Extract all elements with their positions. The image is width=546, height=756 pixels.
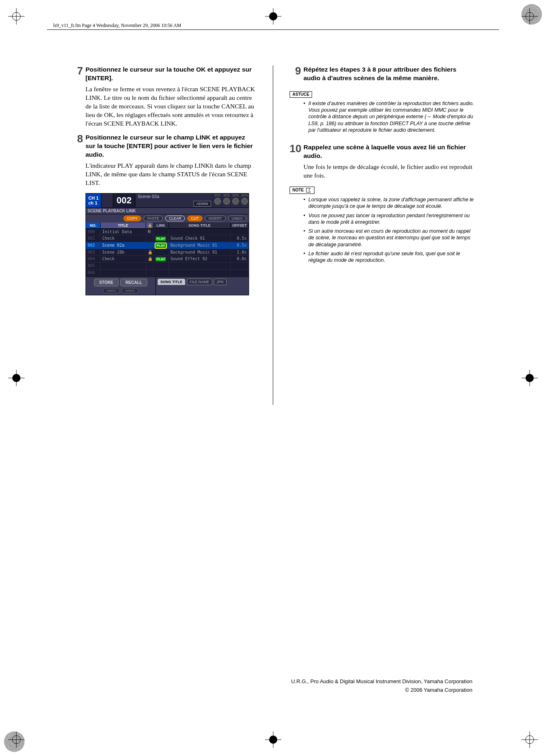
list-item: Le fichier audio lié n'est reproduit qu'… [303, 250, 474, 264]
undo-button[interactable]: UNDO [103, 288, 120, 293]
table-row[interactable]: 006 [86, 270, 249, 277]
step-title: Positionnez le curseur sur le champ LINK… [85, 133, 256, 159]
table-row[interactable]: 004Check🔒PLAYSound Effect 020.0s [86, 256, 249, 263]
knob-icon [241, 198, 248, 205]
note-list: Lorsque vous rappelez la scène, la zone … [303, 196, 474, 263]
list-item: Si un autre morceau est en cours de repr… [303, 228, 474, 248]
step-body: L'indicateur PLAY apparaît dans le champ… [85, 162, 256, 187]
list-item: Vous ne pouvez pas lancer la reproductio… [303, 212, 474, 226]
knob-icon [214, 198, 221, 205]
insert-button[interactable]: INSERT [205, 216, 226, 221]
table-row[interactable]: 002Scene 02aPLAYBackground Music 010.5s [86, 242, 249, 249]
ui-screenshot: CH 1 ch 1 002 Scene 02a ADMIN ST1 ST2 ST… [85, 193, 249, 295]
left-column: 7 Positionnez le curseur sur la touche O… [72, 65, 256, 405]
section-title: SCENE PLAYBACK LINK [86, 207, 249, 214]
footer-copyright: © 2006 Yamaha Corporation [291, 686, 472, 695]
recall-button[interactable]: RECALL [120, 279, 148, 286]
crop-mark-icon [521, 731, 538, 748]
paste-button[interactable]: PASTE [144, 216, 163, 221]
cut-button[interactable]: CUT [187, 216, 202, 221]
scene-number: 002 [113, 194, 135, 207]
column-divider [273, 65, 273, 405]
lock-icon: 🔒 [146, 223, 153, 228]
table-body: 000Initial DataR001CheckPLAYSound Check … [86, 229, 249, 277]
step-title: Répétez les étapes 3 à 8 pour attribuer … [303, 65, 474, 83]
table-row[interactable]: 005 [86, 263, 249, 270]
right-column: 9 Répétez les étapes 3 à 8 pour attribue… [290, 65, 474, 405]
step-body: La fenêtre se ferme et vous revenez à l'… [85, 85, 256, 128]
crop-mark-icon [265, 731, 281, 748]
page-header-meta: ls9_v11_fr.fm Page 4 Wednesday, November… [53, 22, 181, 29]
copy-button[interactable]: COPY [124, 216, 142, 221]
crop-mark-icon [521, 8, 538, 25]
admin-badge: ADMIN [193, 201, 211, 207]
step-number: 7 [72, 65, 83, 76]
step-body: Une fois le temps de décalage écoulé, le… [303, 163, 474, 180]
tab-jpn[interactable]: JPN [214, 279, 227, 285]
step-title: Positionnez le curseur sur la touche OK … [85, 65, 256, 83]
scene-name-area: Scene 02a ADMIN [135, 194, 213, 207]
undo-button[interactable]: UNDO [121, 288, 139, 293]
st-meters: ST1 ST2 ST3 ST4 [213, 194, 249, 207]
step-number: 9 [290, 65, 301, 76]
step-number: 10 [290, 143, 301, 154]
note-badge: NOTE [290, 187, 315, 194]
store-button[interactable]: STORE [94, 279, 119, 286]
header-rule [47, 29, 499, 30]
page-content: 7 Positionnez le curseur sur la touche O… [72, 65, 474, 405]
tab-song-title[interactable]: SONG TITLE [157, 279, 185, 285]
knob-icon [223, 198, 230, 205]
crop-mark-icon [8, 370, 25, 386]
astuce-list: Il existe d'autres manières de contrôler… [303, 100, 474, 133]
knob-icon [232, 198, 239, 205]
clear-button[interactable]: CLEAR [165, 216, 185, 221]
step-number: 8 [72, 133, 83, 144]
crop-mark-icon [8, 8, 25, 25]
table-row[interactable]: 001CheckPLAYSound Check 010.5s [86, 235, 249, 242]
table-header: NO. TITLE 🔒 LINK SONG TITLE OFFSET [86, 223, 249, 229]
step-title: Rappelez une scène à laquelle vous avez … [303, 143, 474, 160]
page-footer: U.R.G., Pro Audio & Digital Musical Inst… [291, 677, 472, 695]
astuce-badge: ASTUCE [290, 91, 312, 98]
list-item: Il existe d'autres manières de contrôler… [303, 100, 474, 133]
crop-mark-icon [8, 731, 25, 748]
undo-button[interactable]: UNDO [228, 216, 247, 221]
note-flag-icon [306, 188, 312, 193]
list-item: Lorsque vous rappelez la scène, la zone … [303, 196, 474, 210]
crop-mark-icon [265, 8, 281, 25]
footer-line: U.R.G., Pro Audio & Digital Musical Inst… [291, 677, 472, 686]
eq-icon [101, 194, 113, 207]
table-row[interactable]: 000Initial DataR [86, 229, 249, 235]
channel-indicator: CH 1 ch 1 [86, 194, 101, 207]
tab-file-name[interactable]: FILE NAME [187, 279, 212, 285]
crop-mark-icon [521, 370, 538, 386]
table-row[interactable]: 003Scene 28b🔒Background Music 011.0s [86, 249, 249, 256]
